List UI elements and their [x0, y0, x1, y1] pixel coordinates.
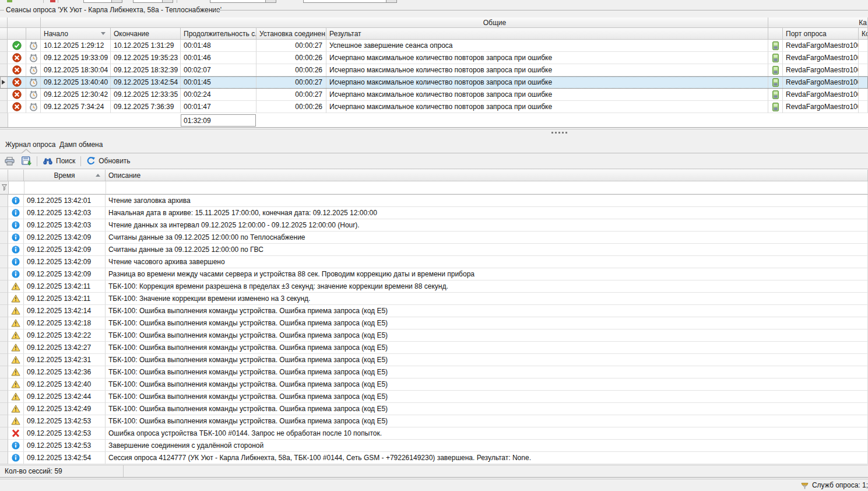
session-row[interactable]: 09.12.2025 18:30:04 09.12.2025 18:32:39 …	[0, 64, 868, 76]
log-row[interactable]: 09.12.2025 13:42:01 Чтение заголовка арх…	[0, 195, 868, 207]
warning-icon	[11, 282, 20, 290]
log-header-icon-cell[interactable]	[8, 170, 24, 181]
column-header-port[interactable]: Порт опроса	[783, 28, 859, 40]
log-row-icon-cell	[8, 366, 24, 378]
session-port-icon-cell	[768, 64, 783, 76]
log-row[interactable]: 09.12.2025 13:42:22 ТБК-100: Ошибка выпо…	[0, 329, 868, 342]
sort-asc-icon	[96, 174, 100, 177]
log-row-icon-cell	[8, 219, 24, 232]
header-clock-cell[interactable]	[26, 28, 41, 40]
error-circle-icon	[12, 90, 22, 99]
info-icon	[12, 258, 20, 266]
log-row-indicator	[0, 403, 8, 415]
log-row[interactable]: 09.12.2025 13:42:09 Считаны данные за 09…	[0, 232, 868, 244]
session-row[interactable]: 09.12.2025 12:30:42 09.12.2025 12:33:35 …	[0, 89, 868, 101]
alarm-clock-icon	[29, 78, 38, 87]
groupbox-border	[215, 10, 868, 10]
tab-log[interactable]: Журнал опроса	[5, 141, 55, 149]
column-header-start[interactable]: Начало	[41, 28, 111, 40]
log-row[interactable]: 09.12.2025 13:42:49 ТБК-100: Ошибка выпо…	[0, 403, 868, 415]
log-row[interactable]: 09.12.2025 13:42:09 Чтение часового архи…	[0, 256, 868, 268]
alarm-clock-icon	[29, 54, 38, 62]
clipped-combobox[interactable]	[303, 0, 397, 3]
filter-cell-time[interactable]	[24, 181, 106, 194]
log-row[interactable]: 09.12.2025 13:42:53 ТБК-100: Ошибка выпо…	[0, 415, 868, 427]
log-row[interactable]: 09.12.2025 13:42:31 ТБК-100: Ошибка выпо…	[0, 354, 868, 366]
success-circle-icon	[12, 41, 22, 50]
export-save-button[interactable]	[18, 154, 35, 168]
header-status-cell[interactable]	[8, 28, 26, 40]
column-header-extra[interactable]: Ко	[859, 28, 868, 40]
dropdown-button[interactable]	[265, 0, 276, 2]
column-header-end[interactable]: Окончание	[111, 28, 181, 40]
log-row-indicator	[0, 219, 8, 232]
session-row[interactable]: 09.12.2025 13:40:40 09.12.2025 13:42:54 …	[0, 76, 868, 89]
log-row-indicator	[0, 391, 8, 403]
session-row[interactable]: 09.12.2025 19:33:09 09.12.2025 19:35:23 …	[0, 52, 868, 64]
log-time: 09.12.2025 13:42:03	[24, 207, 106, 219]
log-row[interactable]: 09.12.2025 13:42:40 ТБК-100: Ошибка выпо…	[0, 378, 868, 391]
tab-dump[interactable]: Дамп обмена	[59, 141, 103, 149]
log-row[interactable]: 09.12.2025 13:42:54 Сессия опроса 412477…	[0, 452, 868, 464]
print-button[interactable]	[0, 154, 18, 168]
log-row-icon-cell	[8, 378, 24, 391]
search-button[interactable]: Поиск	[39, 154, 79, 168]
clipped-combobox[interactable]	[210, 0, 276, 3]
dropdown-button[interactable]	[386, 0, 396, 2]
log-row[interactable]: 09.12.2025 13:42:03 Начальная дата в арх…	[0, 207, 868, 219]
log-toolbar: Поиск Обновить	[0, 153, 868, 169]
log-row[interactable]: 09.12.2025 13:42:36 ТБК-100: Ошибка выпо…	[0, 366, 868, 378]
column-header-duration[interactable]: Продолжительность с...	[181, 28, 256, 40]
polling-app-window: Сеансы опроса 'УК Уют - Карла Либкнехта,…	[0, 0, 868, 491]
log-row-indicator	[0, 244, 8, 256]
phone-modem-icon	[772, 54, 779, 62]
column-header-phone[interactable]	[768, 28, 783, 40]
log-row[interactable]: 09.12.2025 13:42:53 Ошибка опроса устрой…	[0, 427, 868, 440]
log-row[interactable]: 09.12.2025 13:42:27 ТБК-100: Ошибка выпо…	[0, 342, 868, 354]
clipped-combobox[interactable]	[133, 0, 173, 3]
schedule-clock-cell	[26, 40, 41, 52]
session-row[interactable]: 10.12.2025 1:29:12 10.12.2025 1:31:29 00…	[0, 40, 868, 52]
log-row[interactable]: 09.12.2025 13:42:09 Разница во времени м…	[0, 268, 868, 280]
filter-cell[interactable]	[9, 181, 24, 194]
refresh-button[interactable]: Обновить	[83, 154, 133, 168]
session-port: RevdaFargoMaestro100	[783, 76, 859, 89]
row-indicator	[0, 76, 8, 89]
phone-modem-icon	[772, 78, 779, 87]
log-row[interactable]: 09.12.2025 13:42:09 Считаны данные за 09…	[0, 244, 868, 256]
log-time: 09.12.2025 13:42:40	[24, 378, 106, 391]
log-row[interactable]: 09.12.2025 13:42:14 ТБК-100: Ошибка выпо…	[0, 305, 868, 317]
dropdown-button[interactable]	[162, 0, 173, 2]
log-column-header-time[interactable]: Время	[24, 170, 106, 181]
session-status-cell	[8, 64, 26, 76]
log-description: ТБК-100: Ошибка выполнения команды устро…	[106, 415, 868, 427]
column-header-result[interactable]: Результат	[326, 28, 768, 40]
log-row[interactable]: 09.12.2025 13:42:03 Чтение данных за инт…	[0, 219, 868, 232]
filter-cell-description[interactable]	[106, 181, 868, 194]
dropdown-button[interactable]	[111, 0, 122, 2]
log-row[interactable]: 09.12.2025 13:42:11 ТБК-100: Коррекция в…	[0, 280, 868, 293]
band-channel[interactable]: Ка	[768, 17, 868, 28]
clipped-combobox[interactable]	[83, 0, 122, 3]
session-duration: 00:01:48	[181, 40, 256, 52]
warning-icon	[11, 343, 20, 352]
session-port-icon-cell	[768, 76, 783, 89]
log-time: 09.12.2025 13:42:27	[24, 342, 106, 354]
warning-icon	[11, 294, 20, 303]
column-header-connect[interactable]: Установка соединен...	[256, 28, 326, 40]
row-indicator	[0, 89, 8, 101]
schedule-clock-cell	[26, 76, 41, 89]
log-description: ТБК-100: Ошибка выполнения команды устро…	[106, 329, 868, 342]
band-general[interactable]: Общие	[41, 17, 768, 28]
log-row[interactable]: 09.12.2025 13:42:11 ТБК-100: Значение ко…	[0, 293, 868, 305]
splitter-grip[interactable]	[551, 132, 567, 134]
session-end: 09.12.2025 13:42:54	[111, 76, 181, 89]
log-description: Чтение заголовка архива	[106, 195, 868, 207]
log-column-header-description[interactable]: Описание	[106, 170, 868, 181]
log-row[interactable]: 09.12.2025 13:42:18 ТБК-100: Ошибка выпо…	[0, 317, 868, 329]
log-row-indicator	[0, 207, 8, 219]
session-connect-time: 00:00:26	[256, 64, 326, 76]
session-row[interactable]: 09.12.2025 7:34:24 09.12.2025 7:36:39 00…	[0, 101, 868, 113]
log-row[interactable]: 09.12.2025 13:42:53 Завершение соединени…	[0, 440, 868, 452]
log-row[interactable]: 09.12.2025 13:42:44 ТБК-100: Ошибка выпо…	[0, 391, 868, 403]
